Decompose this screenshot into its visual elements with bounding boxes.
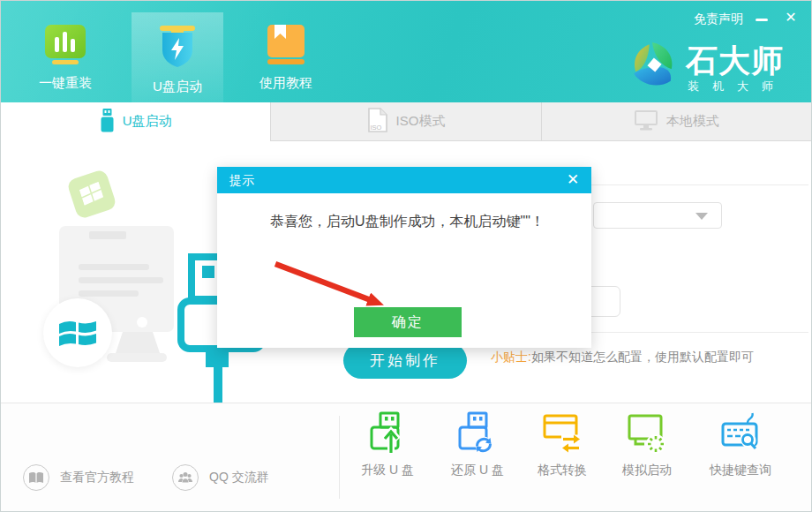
nav-label: 使用教程 [240, 75, 332, 92]
tool-label: 格式转换 [515, 463, 610, 478]
book-open-icon [23, 464, 49, 491]
tool-format-convert[interactable]: 格式转换 [515, 411, 610, 478]
qq-group-link[interactable]: QQ 交流群 [172, 464, 269, 491]
tab-local-mode[interactable]: 本地模式 [541, 102, 811, 141]
monitor-icon [634, 109, 658, 134]
nav-item-usb-boot[interactable]: U盘启动 [132, 12, 223, 102]
user-group-icon [172, 464, 199, 491]
tool-restore-usb[interactable]: 还原 U 盘 [430, 411, 525, 478]
bar-chart-icon [44, 24, 86, 70]
tip-text: 小贴士:如果不知道怎么配置，使用默认配置即可 [491, 350, 754, 365]
tab-iso-mode[interactable]: ISO ISO模式 [270, 102, 540, 141]
svg-text:ISO: ISO [370, 124, 381, 132]
usb-restore-icon [458, 443, 497, 458]
iso-file-icon: ISO [367, 108, 388, 135]
minimize-button[interactable] [753, 11, 771, 28]
brand-subtitle: 装机大师 [688, 79, 786, 94]
tab-label: ISO模式 [396, 113, 446, 130]
mode-tabbar: U盘启动 ISO ISO模式 本地模式 [1, 102, 811, 141]
app-header: 一键重装 U盘启动 [1, 1, 811, 102]
usb-shield-icon [156, 24, 199, 70]
nav-item-tutorial[interactable]: 使用教程 [240, 24, 332, 92]
success-dialog: 提示 ✕ 恭喜您，启动U盘制作成功，本机启动键""！ 确定 [217, 167, 591, 348]
tool-hotkey-query[interactable]: 快捷键查询 [693, 411, 788, 478]
format-convert-icon [542, 443, 583, 458]
tip-label: 小贴士: [491, 350, 531, 364]
minimize-icon [756, 19, 768, 21]
dialog-titlebar: 提示 ✕ [217, 167, 591, 193]
windows-badge-illustration [66, 169, 117, 220]
dialog-close-icon[interactable]: ✕ [561, 167, 584, 193]
disclaimer-link[interactable]: 免责声明 [694, 11, 743, 27]
simulate-boot-icon [627, 443, 667, 458]
brand-logo-icon [629, 77, 677, 92]
chevron-down-icon [695, 213, 708, 220]
hotkey-query-icon [720, 443, 761, 458]
usb-stick-icon [100, 109, 115, 135]
dialog-title: 提示 [229, 173, 254, 187]
tab-label: U盘启动 [123, 113, 172, 130]
tool-label: 快捷键查询 [693, 463, 788, 478]
nav-label: 一键重装 [19, 75, 111, 92]
link-label: QQ 交流群 [209, 470, 269, 486]
tool-label: 还原 U 盘 [430, 463, 525, 478]
dialog-message: 恭喜您，启动U盘制作成功，本机启动键""！ [270, 213, 545, 231]
tool-simulate-boot[interactable]: 模拟启动 [599, 411, 695, 478]
close-button[interactable]: ✕ [782, 9, 800, 26]
tab-label: 本地模式 [666, 113, 719, 130]
brand-logo: 石大师 装机大师 [629, 40, 677, 93]
tool-label: 升级 U 盘 [340, 463, 435, 478]
confirm-button[interactable]: 确定 [354, 307, 462, 337]
nav-item-reinstall[interactable]: 一键重装 [19, 24, 111, 92]
app-window: 一键重装 U盘启动 [0, 0, 812, 512]
link-label: 查看官方教程 [60, 470, 134, 486]
start-make-button[interactable]: 开始制作 [343, 343, 467, 379]
tool-upgrade-usb[interactable]: 升级 U 盘 [340, 411, 435, 478]
nav-label: U盘启动 [132, 79, 223, 95]
windows-flag-illustration [43, 298, 112, 367]
book-icon [266, 24, 306, 70]
brand-title: 石大师 [686, 40, 784, 83]
tab-usb-boot[interactable]: U盘启动 [1, 102, 270, 141]
tool-label: 模拟启动 [599, 463, 695, 478]
footer: 查看官方教程 QQ 交流群 [1, 403, 811, 512]
usb-upgrade-icon [368, 443, 407, 458]
device-select[interactable] [593, 202, 722, 229]
official-tutorial-link[interactable]: 查看官方教程 [23, 464, 134, 491]
